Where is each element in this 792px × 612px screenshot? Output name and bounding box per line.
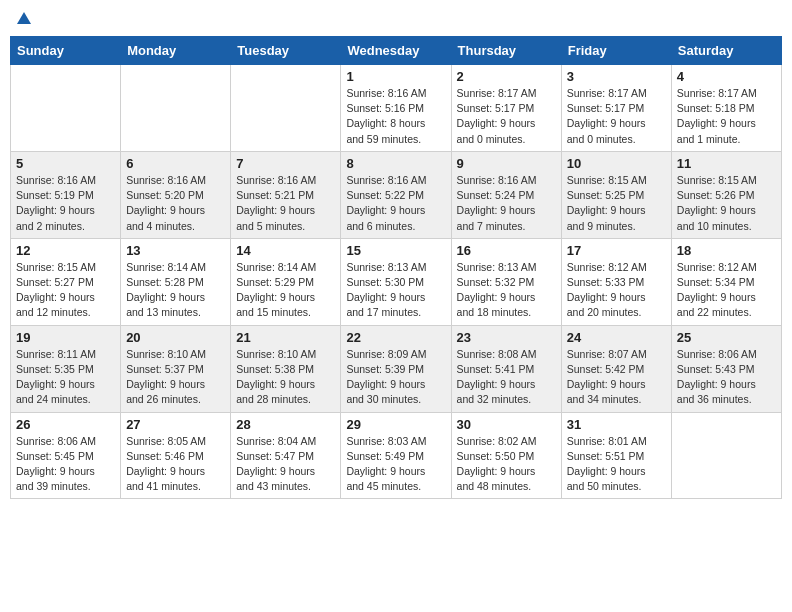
- calendar-cell: 25Sunrise: 8:06 AMSunset: 5:43 PMDayligh…: [671, 325, 781, 412]
- calendar-header-row: SundayMondayTuesdayWednesdayThursdayFrid…: [11, 37, 782, 65]
- day-number: 19: [16, 330, 115, 345]
- day-number: 13: [126, 243, 225, 258]
- calendar-week-row: 5Sunrise: 8:16 AMSunset: 5:19 PMDaylight…: [11, 151, 782, 238]
- weekday-header-tuesday: Tuesday: [231, 37, 341, 65]
- day-number: 10: [567, 156, 666, 171]
- calendar-cell: 27Sunrise: 8:05 AMSunset: 5:46 PMDayligh…: [121, 412, 231, 499]
- day-info: Sunrise: 8:06 AMSunset: 5:43 PMDaylight:…: [677, 347, 776, 408]
- weekday-header-thursday: Thursday: [451, 37, 561, 65]
- calendar-cell: 13Sunrise: 8:14 AMSunset: 5:28 PMDayligh…: [121, 238, 231, 325]
- day-info: Sunrise: 8:17 AMSunset: 5:18 PMDaylight:…: [677, 86, 776, 147]
- weekday-header-friday: Friday: [561, 37, 671, 65]
- day-number: 30: [457, 417, 556, 432]
- weekday-header-sunday: Sunday: [11, 37, 121, 65]
- calendar-table: SundayMondayTuesdayWednesdayThursdayFrid…: [10, 36, 782, 499]
- calendar-cell: 17Sunrise: 8:12 AMSunset: 5:33 PMDayligh…: [561, 238, 671, 325]
- calendar-cell: 20Sunrise: 8:10 AMSunset: 5:37 PMDayligh…: [121, 325, 231, 412]
- day-info: Sunrise: 8:16 AMSunset: 5:21 PMDaylight:…: [236, 173, 335, 234]
- calendar-cell: 7Sunrise: 8:16 AMSunset: 5:21 PMDaylight…: [231, 151, 341, 238]
- day-number: 21: [236, 330, 335, 345]
- calendar-cell: 23Sunrise: 8:08 AMSunset: 5:41 PMDayligh…: [451, 325, 561, 412]
- day-number: 26: [16, 417, 115, 432]
- calendar-week-row: 26Sunrise: 8:06 AMSunset: 5:45 PMDayligh…: [11, 412, 782, 499]
- day-number: 8: [346, 156, 445, 171]
- calendar-cell: 1Sunrise: 8:16 AMSunset: 5:16 PMDaylight…: [341, 65, 451, 152]
- day-info: Sunrise: 8:04 AMSunset: 5:47 PMDaylight:…: [236, 434, 335, 495]
- day-number: 11: [677, 156, 776, 171]
- day-number: 9: [457, 156, 556, 171]
- day-info: Sunrise: 8:14 AMSunset: 5:29 PMDaylight:…: [236, 260, 335, 321]
- day-number: 1: [346, 69, 445, 84]
- calendar-cell: 8Sunrise: 8:16 AMSunset: 5:22 PMDaylight…: [341, 151, 451, 238]
- day-info: Sunrise: 8:16 AMSunset: 5:19 PMDaylight:…: [16, 173, 115, 234]
- day-number: 12: [16, 243, 115, 258]
- weekday-header-monday: Monday: [121, 37, 231, 65]
- day-number: 25: [677, 330, 776, 345]
- logo: [14, 10, 34, 28]
- calendar-cell: 5Sunrise: 8:16 AMSunset: 5:19 PMDaylight…: [11, 151, 121, 238]
- day-number: 31: [567, 417, 666, 432]
- day-number: 14: [236, 243, 335, 258]
- calendar-cell: 15Sunrise: 8:13 AMSunset: 5:30 PMDayligh…: [341, 238, 451, 325]
- calendar-cell: 22Sunrise: 8:09 AMSunset: 5:39 PMDayligh…: [341, 325, 451, 412]
- day-info: Sunrise: 8:16 AMSunset: 5:16 PMDaylight:…: [346, 86, 445, 147]
- day-number: 4: [677, 69, 776, 84]
- calendar-cell: 4Sunrise: 8:17 AMSunset: 5:18 PMDaylight…: [671, 65, 781, 152]
- calendar-cell: [671, 412, 781, 499]
- calendar-cell: [121, 65, 231, 152]
- day-number: 7: [236, 156, 335, 171]
- day-info: Sunrise: 8:14 AMSunset: 5:28 PMDaylight:…: [126, 260, 225, 321]
- day-info: Sunrise: 8:17 AMSunset: 5:17 PMDaylight:…: [457, 86, 556, 147]
- calendar-cell: 18Sunrise: 8:12 AMSunset: 5:34 PMDayligh…: [671, 238, 781, 325]
- day-info: Sunrise: 8:15 AMSunset: 5:27 PMDaylight:…: [16, 260, 115, 321]
- calendar-cell: 28Sunrise: 8:04 AMSunset: 5:47 PMDayligh…: [231, 412, 341, 499]
- day-number: 24: [567, 330, 666, 345]
- day-info: Sunrise: 8:12 AMSunset: 5:34 PMDaylight:…: [677, 260, 776, 321]
- day-number: 20: [126, 330, 225, 345]
- day-info: Sunrise: 8:15 AMSunset: 5:25 PMDaylight:…: [567, 173, 666, 234]
- day-info: Sunrise: 8:08 AMSunset: 5:41 PMDaylight:…: [457, 347, 556, 408]
- day-number: 17: [567, 243, 666, 258]
- day-number: 5: [16, 156, 115, 171]
- day-info: Sunrise: 8:10 AMSunset: 5:37 PMDaylight:…: [126, 347, 225, 408]
- calendar-cell: 21Sunrise: 8:10 AMSunset: 5:38 PMDayligh…: [231, 325, 341, 412]
- logo-icon: [15, 10, 33, 28]
- day-info: Sunrise: 8:01 AMSunset: 5:51 PMDaylight:…: [567, 434, 666, 495]
- calendar-cell: [231, 65, 341, 152]
- calendar-cell: 10Sunrise: 8:15 AMSunset: 5:25 PMDayligh…: [561, 151, 671, 238]
- day-info: Sunrise: 8:11 AMSunset: 5:35 PMDaylight:…: [16, 347, 115, 408]
- day-number: 15: [346, 243, 445, 258]
- day-info: Sunrise: 8:15 AMSunset: 5:26 PMDaylight:…: [677, 173, 776, 234]
- calendar-cell: 14Sunrise: 8:14 AMSunset: 5:29 PMDayligh…: [231, 238, 341, 325]
- calendar-week-row: 19Sunrise: 8:11 AMSunset: 5:35 PMDayligh…: [11, 325, 782, 412]
- day-info: Sunrise: 8:16 AMSunset: 5:22 PMDaylight:…: [346, 173, 445, 234]
- calendar-cell: 26Sunrise: 8:06 AMSunset: 5:45 PMDayligh…: [11, 412, 121, 499]
- calendar-cell: 6Sunrise: 8:16 AMSunset: 5:20 PMDaylight…: [121, 151, 231, 238]
- day-number: 6: [126, 156, 225, 171]
- calendar-cell: 19Sunrise: 8:11 AMSunset: 5:35 PMDayligh…: [11, 325, 121, 412]
- day-number: 2: [457, 69, 556, 84]
- svg-marker-0: [17, 12, 31, 24]
- calendar-week-row: 1Sunrise: 8:16 AMSunset: 5:16 PMDaylight…: [11, 65, 782, 152]
- calendar-cell: 30Sunrise: 8:02 AMSunset: 5:50 PMDayligh…: [451, 412, 561, 499]
- calendar-cell: 12Sunrise: 8:15 AMSunset: 5:27 PMDayligh…: [11, 238, 121, 325]
- calendar-cell: 9Sunrise: 8:16 AMSunset: 5:24 PMDaylight…: [451, 151, 561, 238]
- day-info: Sunrise: 8:02 AMSunset: 5:50 PMDaylight:…: [457, 434, 556, 495]
- day-info: Sunrise: 8:05 AMSunset: 5:46 PMDaylight:…: [126, 434, 225, 495]
- page-header: [10, 10, 782, 28]
- weekday-header-saturday: Saturday: [671, 37, 781, 65]
- day-info: Sunrise: 8:06 AMSunset: 5:45 PMDaylight:…: [16, 434, 115, 495]
- day-number: 18: [677, 243, 776, 258]
- day-number: 27: [126, 417, 225, 432]
- day-info: Sunrise: 8:03 AMSunset: 5:49 PMDaylight:…: [346, 434, 445, 495]
- day-number: 28: [236, 417, 335, 432]
- calendar-cell: 11Sunrise: 8:15 AMSunset: 5:26 PMDayligh…: [671, 151, 781, 238]
- day-info: Sunrise: 8:16 AMSunset: 5:20 PMDaylight:…: [126, 173, 225, 234]
- calendar-week-row: 12Sunrise: 8:15 AMSunset: 5:27 PMDayligh…: [11, 238, 782, 325]
- calendar-cell: [11, 65, 121, 152]
- day-info: Sunrise: 8:10 AMSunset: 5:38 PMDaylight:…: [236, 347, 335, 408]
- calendar-cell: 2Sunrise: 8:17 AMSunset: 5:17 PMDaylight…: [451, 65, 561, 152]
- day-info: Sunrise: 8:09 AMSunset: 5:39 PMDaylight:…: [346, 347, 445, 408]
- calendar-cell: 16Sunrise: 8:13 AMSunset: 5:32 PMDayligh…: [451, 238, 561, 325]
- day-number: 23: [457, 330, 556, 345]
